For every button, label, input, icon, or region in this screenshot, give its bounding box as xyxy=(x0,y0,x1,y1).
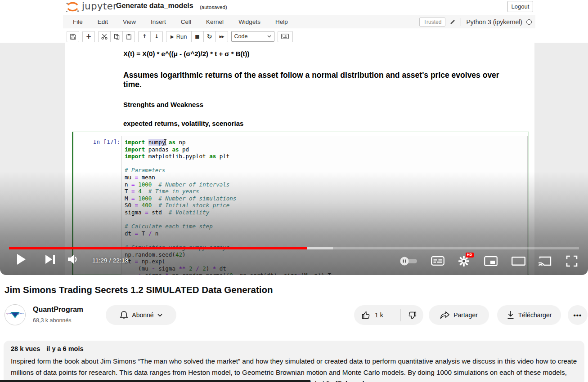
menu-help[interactable]: Help xyxy=(275,18,288,25)
markdown-strengths-heading: Strenghts and Weakness xyxy=(123,101,203,108)
youtube-watch-page: jupyter Generate data_models (autosaved)… xyxy=(0,0,588,382)
like-count[interactable]: 1 k xyxy=(375,311,383,319)
subscribed-label: Abonné xyxy=(132,311,153,319)
subtitles-button[interactable] xyxy=(431,256,444,266)
miniplayer-icon xyxy=(484,256,498,266)
markdown-expected: expected returns, volatility, scenorias xyxy=(123,120,243,127)
share-label: Partager xyxy=(453,311,478,319)
theater-mode-button[interactable] xyxy=(512,257,525,266)
dislike-button[interactable] xyxy=(401,305,423,325)
channel-subscriber-count: 68,3 k abonnés xyxy=(33,317,72,324)
video-player[interactable]: jupyter Generate data_models (autosaved)… xyxy=(0,0,588,275)
progress-buffered xyxy=(307,247,333,249)
add-cell-button[interactable]: + xyxy=(82,31,95,42)
subtitles-icon xyxy=(431,256,444,266)
play-icon xyxy=(16,253,26,265)
restart-kernel-button[interactable]: ↻ xyxy=(203,31,216,42)
stop-button[interactable]: ■ xyxy=(191,31,204,42)
move-cell-down-button[interactable]: ↓ xyxy=(150,31,163,42)
hd-quality-badge: HD xyxy=(466,253,474,258)
jupyter-logo-text: jupyter xyxy=(82,1,117,12)
menu-insert[interactable]: Insert xyxy=(151,18,166,25)
time-display: 11:29 / 22:18 xyxy=(92,257,128,264)
run-label: Run xyxy=(176,33,187,40)
restart-run-all-button[interactable]: ▶▶ xyxy=(215,31,228,42)
autoplay-toggle-icon xyxy=(399,257,419,266)
miniplayer-button[interactable] xyxy=(484,256,498,266)
next-button[interactable] xyxy=(45,254,56,264)
like-dislike-group: 1 k xyxy=(354,305,423,325)
menu-widgets[interactable]: Widgets xyxy=(238,18,260,25)
menu-cell[interactable]: Cell xyxy=(181,18,191,25)
jupyter-logo: jupyter xyxy=(66,1,117,13)
upload-date: il y a 6 mois xyxy=(46,345,83,352)
command-palette-button[interactable] xyxy=(278,31,293,42)
mute-button[interactable] xyxy=(67,254,79,264)
notebook-title[interactable]: Generate data_models xyxy=(116,2,193,10)
cut-button[interactable] xyxy=(98,31,111,42)
progress-remaining xyxy=(333,247,579,249)
channel-avatar[interactable]: quantprogram xyxy=(4,304,26,325)
run-button[interactable]: ▶ Run xyxy=(166,31,192,42)
jupyter-toolbar: + xyxy=(67,31,293,42)
theater-icon xyxy=(512,257,525,266)
chevron-down-icon xyxy=(157,314,162,317)
edit-pencil-icon[interactable] xyxy=(449,19,456,25)
copy-icon xyxy=(114,34,120,40)
video-title: Jim Simons Trading Secrets 1.2 SIMULATED… xyxy=(4,284,273,295)
move-cell-up-button[interactable]: ↑ xyxy=(138,31,151,42)
progress-played xyxy=(9,247,307,249)
progress-bar[interactable] xyxy=(9,247,579,249)
paste-icon xyxy=(126,34,132,40)
svg-text:quantprogram: quantprogram xyxy=(6,311,24,315)
cell-prompt: In [17]: xyxy=(93,138,120,145)
download-label: Télécharger xyxy=(518,311,552,319)
share-button[interactable]: Partager xyxy=(429,305,489,325)
kernel-status-icon xyxy=(526,19,532,25)
markdown-formula: X(t) = X(0) * e^((μ - (σ^2)/2) * t + σ *… xyxy=(123,50,250,58)
cell-type-value: Code xyxy=(234,33,248,40)
copy-button[interactable] xyxy=(110,31,123,42)
bottom-edge-bar xyxy=(0,380,310,382)
thumbs-up-icon[interactable] xyxy=(361,311,371,320)
subscribed-button[interactable]: Abonné xyxy=(106,305,176,325)
description-text: Inspired form the book about Jim Simons … xyxy=(11,355,577,382)
keyboard-icon xyxy=(281,34,289,39)
cut-icon xyxy=(101,34,108,40)
download-button[interactable]: Télécharger xyxy=(497,305,561,325)
share-arrow-icon xyxy=(440,311,450,320)
jupyter-logo-icon xyxy=(66,1,79,13)
menu-kernel[interactable]: Kernel xyxy=(206,18,224,25)
text-cursor-icon xyxy=(163,139,167,146)
markdown-assumption: Assumes logarithmic returns of the asset… xyxy=(123,71,506,89)
settings-button[interactable]: HD xyxy=(458,255,470,267)
channel-avatar-logo: quantprogram xyxy=(5,305,25,325)
jupyter-header: jupyter Generate data_models (autosaved)… xyxy=(0,0,588,14)
kernel-name: Python 3 (ipykernel) xyxy=(466,18,522,26)
more-actions-button[interactable]: ••• xyxy=(568,305,588,325)
cast-button[interactable] xyxy=(538,256,552,267)
autoplay-toggle[interactable] xyxy=(399,257,419,266)
play-button[interactable] xyxy=(16,253,26,265)
download-icon xyxy=(507,311,515,320)
thumbs-down-icon xyxy=(408,311,417,320)
view-count: 28 k vues xyxy=(11,345,40,352)
channel-name[interactable]: QuantProgram xyxy=(33,306,83,314)
save-button[interactable] xyxy=(67,31,79,42)
player-controls: 11:29 / 22:18 xyxy=(0,251,588,271)
show-more-link[interactable]: afficher plus xyxy=(332,380,373,382)
description-card[interactable]: 28 k vues il y a 6 mois Inspired form th… xyxy=(4,341,584,382)
cast-icon xyxy=(538,256,552,267)
divider xyxy=(461,18,461,26)
menu-file[interactable]: File xyxy=(73,18,83,25)
fullscreen-button[interactable] xyxy=(566,255,578,267)
menu-view[interactable]: View xyxy=(123,18,136,25)
fullscreen-icon xyxy=(566,255,578,267)
menu-edit[interactable]: Edit xyxy=(98,18,108,25)
next-icon xyxy=(45,254,56,264)
save-icon xyxy=(70,34,76,40)
paste-button[interactable] xyxy=(122,31,135,42)
logout-button[interactable]: Logout xyxy=(507,1,533,12)
notebook-page: X(t) = X(0) * e^((μ - (σ^2)/2) * t + σ *… xyxy=(65,43,534,275)
cell-type-select[interactable]: Code xyxy=(231,31,274,42)
